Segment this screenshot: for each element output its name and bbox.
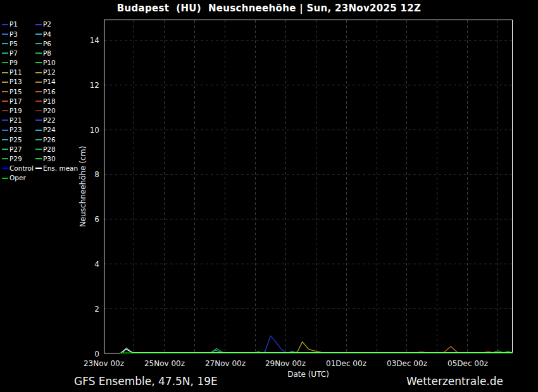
legend-item-p9: P9 — [2, 58, 35, 68]
legend-item-p3: P3 — [2, 29, 35, 39]
x-tick-23nov: 23Nov 00z — [73, 359, 134, 368]
legend-label-p17: P17 — [9, 98, 22, 105]
legend-swatch-p7 — [2, 52, 8, 54]
legend-swatch-p23 — [2, 130, 8, 131]
legend-swatch-p25 — [2, 139, 8, 140]
legend-item-p7: P7 — [2, 49, 35, 58]
legend-label-p22: P22 — [43, 117, 56, 124]
legend-label-p29: P29 — [9, 156, 22, 162]
legend-item-p22: P22 — [35, 116, 78, 125]
y-tick-10: 10 — [68, 126, 99, 135]
legend-label-p3: P3 — [9, 31, 18, 38]
legend-item-p23: P23 — [2, 125, 35, 135]
legend-item-p11: P11 — [2, 68, 35, 77]
legend-swatch-p24 — [35, 130, 42, 131]
legend-label-p1: P1 — [9, 21, 18, 28]
legend-swatch-p13 — [2, 82, 8, 83]
legend-label-p7: P7 — [9, 50, 18, 57]
legend-swatch-p29 — [2, 158, 8, 159]
legend-label-p15: P15 — [9, 89, 22, 95]
legend-label-p5: P5 — [9, 40, 18, 47]
legend-item-p13: P13 — [2, 77, 35, 87]
legend-label-p9: P9 — [9, 59, 18, 66]
legend-swatch-p4 — [35, 34, 42, 35]
legend-item-p29: P29 — [2, 154, 35, 164]
legend-item-p25: P25 — [2, 135, 35, 144]
x-tick-01dec: 01Dec 00z — [316, 359, 377, 368]
legend-swatch-p22 — [35, 119, 42, 121]
legend-label-p10: P10 — [43, 59, 56, 66]
legend-label-p16: P16 — [43, 89, 56, 95]
x-tick-25nov: 25Nov 00z — [134, 359, 195, 368]
legend-label-p2: P2 — [43, 21, 51, 28]
legend-item-p19: P19 — [2, 106, 35, 116]
legend-swatch-p28 — [35, 149, 42, 150]
legend-label-p8: P8 — [43, 50, 51, 57]
legend-label-oper: Oper — [9, 175, 26, 181]
legend-label-p12: P12 — [43, 69, 56, 76]
legend-swatch-p9 — [2, 62, 8, 63]
legend-item-p17: P17 — [2, 97, 35, 106]
legend-item-p30: P30 — [35, 154, 78, 164]
legend-item-p15: P15 — [2, 87, 35, 96]
y-tick-6: 6 — [68, 215, 99, 224]
legend-swatch-p5 — [2, 43, 8, 44]
page: { "title": "Budapest (HU) Neuschneehöhe … — [0, 0, 538, 392]
legend-label-p20: P20 — [43, 107, 56, 114]
legend-swatch-ens-mean — [35, 168, 42, 169]
y-tick-0: 0 — [68, 350, 99, 358]
legend-swatch-p11 — [2, 72, 8, 73]
legend-swatch-p26 — [35, 139, 42, 140]
legend-item-p2: P2 — [35, 20, 78, 29]
legend-label-p14: P14 — [43, 78, 56, 85]
legend-swatch-p2 — [35, 24, 42, 25]
legend-item-p20: P20 — [35, 106, 78, 116]
x-axis-label: Date (UTC) — [245, 370, 372, 379]
y-tick-8: 8 — [68, 170, 99, 179]
legend-swatch-p18 — [35, 101, 42, 102]
legend-item-p8: P8 — [35, 49, 78, 58]
legend-label-p21: P21 — [9, 117, 22, 124]
legend-label-p26: P26 — [43, 137, 56, 144]
legend-item-p18: P18 — [35, 97, 78, 106]
x-tick-05dec: 05Dec 00z — [437, 359, 498, 368]
legend-item-p1: P1 — [2, 20, 35, 29]
legend-item-oper: Oper — [2, 173, 35, 183]
legend-item-p5: P5 — [2, 39, 35, 48]
footer-model-info: GFS Ensemble, 47.5N, 19E — [74, 375, 218, 388]
legend-label-p6: P6 — [43, 40, 51, 47]
legend-swatch-p8 — [35, 52, 42, 54]
legend-swatch-oper — [2, 178, 8, 179]
legend-swatch-p21 — [2, 119, 8, 121]
legend-swatch-p16 — [35, 91, 42, 92]
legend-label-p30: P30 — [43, 156, 56, 162]
y-tick-4: 4 — [68, 260, 99, 269]
legend-swatch-p17 — [2, 101, 8, 102]
legend-item-p26: P26 — [35, 135, 78, 144]
x-tick-03dec: 03Dec 00z — [377, 359, 437, 368]
legend-label-p27: P27 — [9, 146, 22, 153]
x-tick-29nov: 29Nov 00z — [255, 359, 316, 368]
legend-item-control: Control — [2, 164, 35, 173]
legend-label-p28: P28 — [43, 146, 56, 153]
legend-swatch-p1 — [2, 24, 8, 25]
legend-label-p13: P13 — [9, 78, 22, 85]
legend-swatch-p27 — [2, 149, 8, 150]
y-tick-12: 12 — [68, 81, 99, 90]
legend-label-p25: P25 — [9, 137, 22, 144]
legend-swatch-p10 — [35, 62, 42, 63]
legend-swatch-p19 — [2, 110, 8, 111]
legend-swatch-p6 — [35, 43, 42, 44]
y-tick-2: 2 — [68, 305, 99, 314]
legend-label-p23: P23 — [9, 126, 22, 133]
legend-item-p28: P28 — [35, 144, 78, 154]
legend-swatch-p20 — [35, 110, 42, 111]
legend-item-p27: P27 — [2, 144, 35, 154]
legend-label-p11: P11 — [9, 69, 22, 76]
legend-swatch-control — [2, 168, 8, 169]
legend-swatch-p12 — [35, 72, 42, 73]
x-tick-27nov: 27Nov 00z — [195, 359, 256, 368]
legend-item-p12: P12 — [35, 68, 78, 77]
footer-brand: Wetterzentrale.de — [406, 375, 503, 388]
y-tick-14: 14 — [68, 36, 99, 45]
